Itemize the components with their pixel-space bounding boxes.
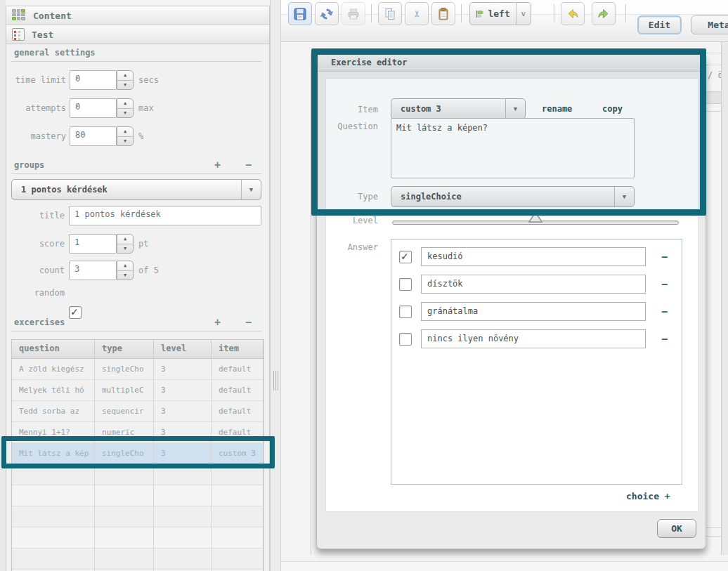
level-slider-thumb[interactable] xyxy=(528,211,543,225)
group-title-input[interactable]: 1 pontos kérdések xyxy=(69,206,261,225)
choice-add-link[interactable]: choice + xyxy=(626,491,670,501)
count-input[interactable]: 3 xyxy=(69,261,117,280)
chevron-down-icon[interactable]: ▼ xyxy=(505,99,525,119)
step-up[interactable]: ▲ xyxy=(117,235,133,244)
col-item[interactable]: item xyxy=(212,340,264,358)
table-row[interactable]: Tedd sorba azsequencir3default xyxy=(12,401,264,422)
type-select[interactable]: singleChoice ▼ xyxy=(391,186,635,207)
score-input[interactable]: 1 xyxy=(69,234,117,254)
answer-row: gránátalma − xyxy=(399,302,668,321)
group-select-value: 1 pontos kérdések xyxy=(12,185,108,195)
print-button[interactable] xyxy=(342,2,365,25)
answer-panel: kesudió − dísztök − gránátalma − nincs i… xyxy=(391,239,682,485)
answer-remove-button[interactable]: − xyxy=(661,251,668,263)
answer-input[interactable]: kesudió xyxy=(421,247,646,266)
table-row-empty[interactable] xyxy=(12,506,264,527)
mastery-stepper[interactable]: ▲▼ xyxy=(117,126,134,146)
table-row-empty[interactable] xyxy=(12,464,264,485)
answer-checkbox[interactable] xyxy=(399,306,412,318)
time-limit-label: time limit xyxy=(8,75,66,85)
chevron-down-icon[interactable]: ▼ xyxy=(241,180,261,199)
align-dropdown[interactable]: left v xyxy=(469,2,531,25)
copy-link[interactable]: copy xyxy=(602,104,623,114)
attempts-input[interactable]: 0 xyxy=(70,98,117,118)
question-textarea[interactable]: Mit látsz a képen? xyxy=(391,118,635,178)
step-up[interactable]: ▲ xyxy=(117,261,133,271)
chevron-down-icon[interactable]: ▼ xyxy=(614,187,634,206)
ok-button[interactable]: OK xyxy=(657,519,696,538)
col-question[interactable]: question xyxy=(12,340,95,358)
item-select[interactable]: custom 3 ▼ xyxy=(391,98,526,119)
item-label: Item xyxy=(329,105,378,114)
step-down[interactable]: ▼ xyxy=(117,109,133,118)
answer-remove-button[interactable]: − xyxy=(661,278,668,291)
attempts-label: attempts xyxy=(8,103,66,113)
toolbar-separator xyxy=(625,4,626,22)
answer-checkbox[interactable] xyxy=(399,278,412,291)
save-button[interactable] xyxy=(288,2,312,25)
table-row-empty[interactable] xyxy=(12,527,264,549)
paste-button[interactable] xyxy=(431,2,455,25)
table-row[interactable]: A zöld kiegészsingleCho3default xyxy=(12,359,264,380)
exercises-add-button[interactable]: + xyxy=(214,316,221,329)
redo-button[interactable] xyxy=(592,2,616,25)
answer-input[interactable]: nincs ilyen növény xyxy=(421,329,646,348)
table-row-selected[interactable]: Mit látsz a képsingleCho3custom 3 xyxy=(12,443,264,464)
group-select[interactable]: 1 pontos kérdések ▼ xyxy=(11,179,261,200)
col-level[interactable]: level xyxy=(154,340,212,358)
score-stepper[interactable]: ▲▼ xyxy=(117,234,134,254)
col-type[interactable]: type xyxy=(95,340,154,358)
section-groups: groups xyxy=(14,160,44,170)
step-up[interactable]: ▲ xyxy=(117,127,133,137)
copy-button[interactable] xyxy=(378,2,402,25)
answer-remove-button[interactable]: − xyxy=(661,333,668,346)
bg-panel-border xyxy=(311,53,311,555)
level-slider[interactable] xyxy=(392,221,679,225)
step-down[interactable]: ▼ xyxy=(117,244,133,254)
section-exercises: excercises xyxy=(14,317,65,327)
answer-row: kesudió − xyxy=(399,247,668,266)
accordion-test[interactable]: Test xyxy=(6,25,270,44)
answer-remove-button[interactable]: − xyxy=(661,306,668,318)
refresh-button[interactable] xyxy=(315,2,339,25)
answer-input[interactable]: gránátalma xyxy=(421,302,646,321)
groups-add-button[interactable]: + xyxy=(214,159,221,171)
chevron-down-icon[interactable]: v xyxy=(516,3,531,25)
time-limit-suffix: secs xyxy=(138,75,159,85)
dialog-titlebar[interactable]: Exercise editor xyxy=(317,54,706,72)
undo-button[interactable] xyxy=(561,2,585,25)
table-row-empty[interactable] xyxy=(12,549,264,570)
printer-icon xyxy=(346,7,360,21)
toolbar-separator xyxy=(554,4,554,22)
ok-button-label: OK xyxy=(671,523,682,534)
edit-button[interactable]: Edit xyxy=(637,15,682,34)
attempts-stepper[interactable]: ▲▼ xyxy=(117,98,134,118)
table-row-empty[interactable] xyxy=(12,485,264,506)
answer-input[interactable]: dísztök xyxy=(421,275,646,294)
step-down[interactable]: ▼ xyxy=(117,271,133,280)
cut-button[interactable]: ✂ xyxy=(405,2,429,25)
step-up[interactable]: ▲ xyxy=(117,99,133,109)
exercises-table-header: question type level item xyxy=(12,340,264,359)
count-stepper[interactable]: ▲▼ xyxy=(117,261,134,280)
exercises-remove-button[interactable]: − xyxy=(245,316,252,329)
random-checkbox[interactable] xyxy=(69,306,82,319)
answer-checkbox[interactable] xyxy=(399,251,412,263)
table-row[interactable]: Melyek téli hómultipleC3default xyxy=(12,380,264,401)
splitter-grip-icon[interactable] xyxy=(273,371,278,390)
mastery-input[interactable]: 80 xyxy=(70,126,117,146)
step-up[interactable]: ▲ xyxy=(117,71,133,81)
rename-link[interactable]: rename xyxy=(542,104,572,114)
answer-checkbox[interactable] xyxy=(399,333,412,346)
answer-label: Answer xyxy=(329,242,378,252)
panel-splitter[interactable] xyxy=(270,0,281,571)
time-limit-stepper[interactable]: ▲▼ xyxy=(117,70,134,90)
step-down[interactable]: ▼ xyxy=(117,137,133,146)
bg-scroll-gutter[interactable] xyxy=(722,42,728,555)
time-limit-input[interactable]: 0 xyxy=(70,70,117,90)
groups-remove-button[interactable]: − xyxy=(245,159,252,171)
accordion-content[interactable]: Content xyxy=(6,6,270,25)
table-row[interactable]: Mennyi 1+1?numeric3default xyxy=(12,422,264,443)
meta-button[interactable]: Meta xyxy=(691,15,728,34)
step-down[interactable]: ▼ xyxy=(117,81,133,90)
